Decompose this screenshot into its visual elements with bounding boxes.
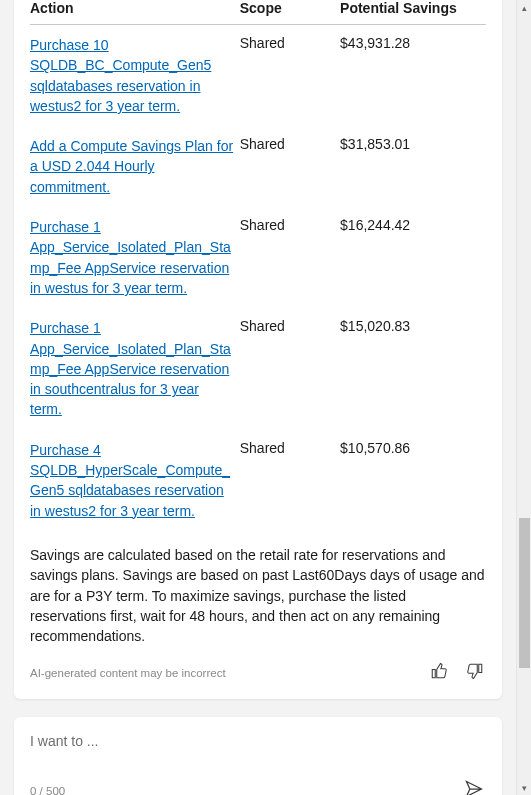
savings-cell: $16,244.42	[340, 207, 486, 308]
col-action: Action	[30, 0, 240, 25]
thumbs-down-icon	[466, 668, 484, 683]
table-row: Purchase 4 SQLDB_HyperScale_Compute_Gen5…	[30, 430, 486, 531]
send-icon	[464, 787, 484, 795]
table-row: Add a Compute Savings Plan for a USD 2.0…	[30, 126, 486, 207]
savings-cell: $15,020.83	[340, 308, 486, 429]
table-row: Purchase 10 SQLDB_BC_Compute_Gen5 sqldat…	[30, 25, 486, 127]
scope-cell: Shared	[240, 25, 340, 127]
table-row: Purchase 1 App_Service_Isolated_Plan_Sta…	[30, 308, 486, 429]
action-link[interactable]: Add a Compute Savings Plan for a USD 2.0…	[30, 138, 233, 195]
scope-cell: Shared	[240, 126, 340, 207]
scroll-up-arrow-icon[interactable]: ▴	[517, 0, 531, 15]
scrollbar-thumb[interactable]	[519, 518, 530, 668]
thumbs-up-icon	[430, 668, 448, 683]
action-link[interactable]: Purchase 10 SQLDB_BC_Compute_Gen5 sqldat…	[30, 37, 211, 114]
action-link[interactable]: Purchase 4 SQLDB_HyperScale_Compute_Gen5…	[30, 442, 230, 519]
savings-cell: $43,931.28	[340, 25, 486, 127]
char-count: 0 / 500	[30, 785, 65, 795]
prompt-input[interactable]: I want to ...	[30, 733, 486, 771]
scope-cell: Shared	[240, 308, 340, 429]
thumbs-down-button[interactable]	[464, 660, 486, 685]
col-scope: Scope	[240, 0, 340, 25]
col-savings: Potential Savings	[340, 0, 486, 25]
scope-cell: Shared	[240, 430, 340, 531]
prompt-input-card: I want to ... 0 / 500	[14, 717, 502, 795]
send-button[interactable]	[462, 777, 486, 795]
savings-footnote: Savings are calculated based on the reta…	[30, 545, 486, 646]
table-row: Purchase 1 App_Service_Isolated_Plan_Sta…	[30, 207, 486, 308]
thumbs-up-button[interactable]	[428, 660, 450, 685]
savings-cell: $31,853.01	[340, 126, 486, 207]
savings-cell: $10,570.86	[340, 430, 486, 531]
action-link[interactable]: Purchase 1 App_Service_Isolated_Plan_Sta…	[30, 219, 231, 296]
scrollbar-track[interactable]: ▴ ▾	[516, 0, 531, 795]
action-link[interactable]: Purchase 1 App_Service_Isolated_Plan_Sta…	[30, 320, 231, 417]
scroll-down-arrow-icon[interactable]: ▾	[517, 780, 531, 795]
recommendations-card: Action Scope Potential Savings Purchase …	[14, 0, 502, 699]
savings-table: Action Scope Potential Savings Purchase …	[30, 0, 486, 531]
scope-cell: Shared	[240, 207, 340, 308]
ai-disclaimer: AI-generated content may be incorrect	[30, 667, 226, 679]
